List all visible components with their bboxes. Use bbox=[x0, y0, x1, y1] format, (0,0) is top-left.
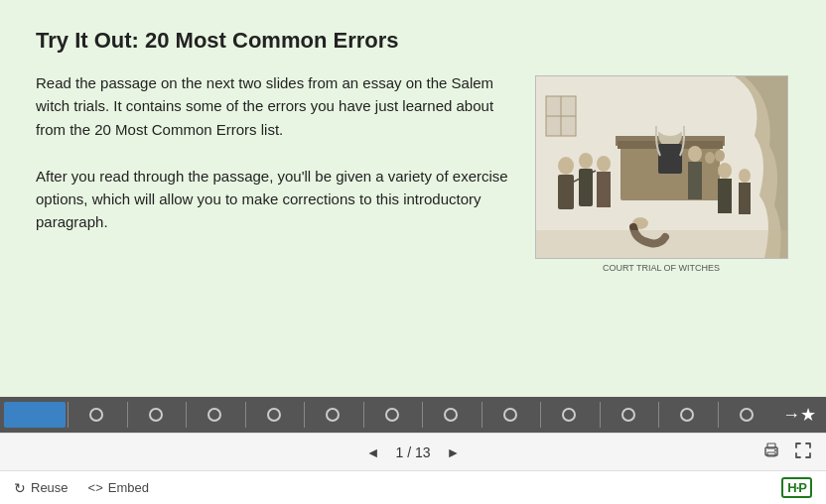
progress-bar-filled bbox=[4, 402, 66, 428]
prev-button[interactable]: ◄ bbox=[360, 442, 386, 462]
progress-dot-6 bbox=[326, 408, 340, 422]
bottom-right: H·P bbox=[781, 477, 812, 498]
slide-title: Try It Out: 20 Most Common Errors bbox=[36, 28, 790, 54]
reuse-link[interactable]: ↻ Reuse bbox=[14, 480, 69, 496]
illustration-svg bbox=[536, 76, 787, 258]
svg-point-20 bbox=[739, 169, 751, 183]
bottom-bar: ↻ Reuse <> Embed H·P bbox=[0, 470, 826, 504]
progress-segment-9 bbox=[482, 402, 539, 428]
svg-point-26 bbox=[705, 152, 715, 164]
embed-icon: <> bbox=[88, 480, 103, 495]
bottom-left-links: ↻ Reuse <> Embed bbox=[14, 480, 149, 496]
progress-segment-7 bbox=[363, 402, 421, 428]
progress-dot-11 bbox=[621, 408, 635, 422]
progress-dot-9 bbox=[503, 408, 517, 422]
nav-controls: ◄ 1 / 13 ► bbox=[0, 433, 826, 470]
slide-content: Try It Out: 20 Most Common Errors Read t… bbox=[0, 0, 826, 397]
page-indicator: 1 / 13 bbox=[395, 444, 430, 460]
reuse-label: Reuse bbox=[31, 480, 69, 495]
progress-segment-3 bbox=[127, 402, 185, 428]
progress-dot-2 bbox=[89, 408, 103, 422]
progress-segment-2 bbox=[68, 402, 125, 428]
nav-right-icons bbox=[760, 440, 814, 465]
svg-rect-6 bbox=[658, 144, 682, 174]
svg-point-27 bbox=[715, 150, 725, 162]
progress-dot-3 bbox=[149, 408, 163, 422]
progress-dot-7 bbox=[385, 408, 399, 422]
progress-segment-10 bbox=[540, 402, 598, 428]
progress-dot-8 bbox=[444, 408, 458, 422]
fullscreen-button[interactable] bbox=[792, 440, 814, 465]
paragraph-1: Read the passage on the next two slides … bbox=[36, 71, 508, 141]
svg-rect-19 bbox=[718, 179, 732, 213]
progress-segment-4 bbox=[186, 402, 243, 428]
progress-dot-12 bbox=[680, 408, 694, 422]
progress-dot-5 bbox=[267, 408, 281, 422]
progress-segment-6 bbox=[304, 402, 361, 428]
svg-point-8 bbox=[558, 157, 574, 175]
embed-link[interactable]: <> Embed bbox=[88, 480, 149, 495]
svg-rect-9 bbox=[558, 175, 574, 209]
progress-segment-8 bbox=[422, 402, 480, 428]
progress-segment-12 bbox=[658, 402, 716, 428]
progress-dot-13 bbox=[740, 408, 754, 422]
text-section: Read the passage on the next two slides … bbox=[36, 71, 508, 373]
progress-segment-11 bbox=[600, 402, 657, 428]
svg-point-18 bbox=[718, 163, 732, 179]
svg-point-31 bbox=[774, 449, 776, 451]
progress-dot-4 bbox=[207, 408, 221, 422]
progress-dot-10 bbox=[562, 408, 576, 422]
embed-label: Embed bbox=[108, 480, 149, 495]
progress-area: →★ bbox=[0, 397, 826, 433]
print-button[interactable] bbox=[760, 440, 782, 465]
next-button[interactable]: ► bbox=[441, 442, 467, 462]
app-container: Try It Out: 20 Most Common Errors Read t… bbox=[0, 0, 826, 504]
progress-segment-5 bbox=[245, 402, 303, 428]
image-caption: COURT TRIAL OF WITCHES bbox=[603, 263, 720, 273]
slide-body: Read the passage on the next two slides … bbox=[36, 71, 790, 373]
progress-segment-13 bbox=[718, 402, 775, 428]
svg-point-16 bbox=[688, 146, 702, 162]
svg-rect-21 bbox=[739, 183, 751, 214]
hp-logo: H·P bbox=[781, 477, 812, 498]
svg-point-7 bbox=[656, 116, 684, 136]
historical-image bbox=[535, 75, 788, 259]
svg-rect-22 bbox=[536, 230, 787, 258]
svg-rect-14 bbox=[597, 172, 611, 207]
nav-center: ◄ 1 / 13 ► bbox=[360, 442, 467, 462]
fullscreen-icon bbox=[794, 441, 812, 459]
paragraph-2: After you read through the passage, you'… bbox=[36, 165, 508, 234]
svg-rect-12 bbox=[579, 169, 593, 206]
progress-arrow-icon: →★ bbox=[776, 404, 822, 426]
image-section: COURT TRIAL OF WITCHES bbox=[532, 71, 790, 373]
print-icon bbox=[762, 441, 780, 459]
svg-point-11 bbox=[579, 153, 593, 169]
reuse-icon: ↻ bbox=[14, 480, 26, 496]
svg-rect-17 bbox=[688, 162, 702, 199]
svg-point-13 bbox=[597, 156, 611, 172]
